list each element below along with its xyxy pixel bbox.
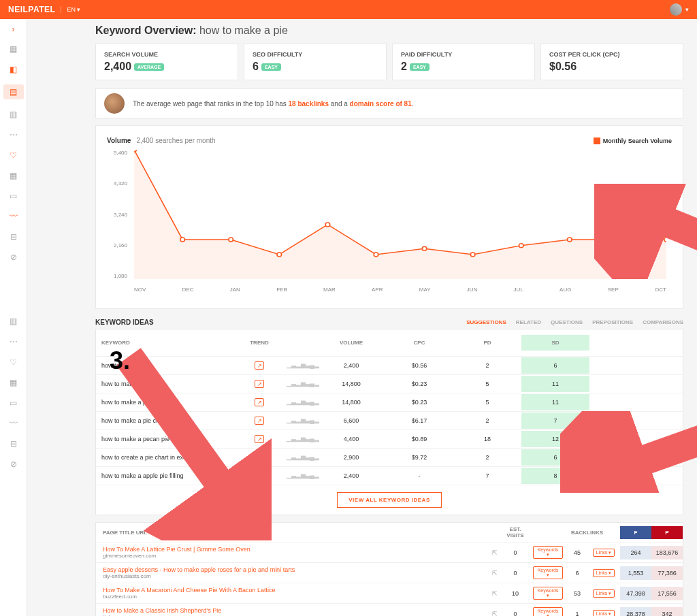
keyword-row[interactable]: how to create a pie chart in excel↗▁▃▂▅▃… <box>96 449 683 467</box>
metric-cpc: COST PER CLICK (CPC) $0.56 <box>540 44 683 80</box>
external-link-icon[interactable]: ⇱ <box>488 607 502 617</box>
tip-bar: The average web page that ranks in the t… <box>95 88 683 118</box>
keyword-row[interactable]: how to make a apple pie filling↗▁▃▂▅▃▄▂2… <box>96 467 683 485</box>
user-menu-chevron[interactable]: ▾ <box>685 6 689 13</box>
view-all-keyword-ideas-button[interactable]: VIEW ALL KEYWORD IDEAS <box>337 492 441 508</box>
nav-icon[interactable]: ♡ <box>8 150 19 161</box>
serp-row[interactable]: How to Make a Classic Irish Shepherd's P… <box>96 604 683 616</box>
sparkline-icon: ▁▃▂▅▃▄▂ <box>287 472 311 480</box>
nav-icon[interactable]: ⋯ <box>8 336 19 347</box>
keywords-button[interactable]: Keywords ▾ <box>533 607 563 616</box>
lang-selector[interactable]: EN ▾ <box>61 6 80 13</box>
brand-logo: NEILPATEL <box>8 5 55 14</box>
svg-point-4 <box>325 223 330 227</box>
links-button[interactable]: Links ▾ <box>593 589 615 598</box>
nav-icon[interactable]: ⊘ <box>8 252 19 263</box>
nav-icon[interactable]: ⊟ <box>8 231 19 242</box>
trend-arrow-icon: ↗ <box>255 417 264 425</box>
dashboard-icon[interactable]: ▦ <box>8 44 19 54</box>
serp-table: PAGE TITLE URL EST. VISITS BACKLINKS f P… <box>95 522 683 616</box>
svg-point-8 <box>519 244 523 248</box>
trend-arrow-icon: ↗ <box>255 398 264 406</box>
sparkline-icon: ▁▃▂▅▃▄▂ <box>287 417 311 425</box>
serp-row[interactable]: How To Make A Macaroni And Cheese Pie Wi… <box>96 583 683 604</box>
sparkline-icon: ▁▃▂▅▃▄▂ <box>287 435 311 443</box>
svg-point-5 <box>374 253 378 257</box>
external-link-icon[interactable]: ⇱ <box>488 566 502 580</box>
svg-point-11 <box>664 238 666 242</box>
nav-icon[interactable]: ⊟ <box>8 438 19 449</box>
trend-arrow-icon: ↗ <box>255 380 264 388</box>
metric-search-volume: SEARCH VOLUME 2,400AVERAGE <box>95 44 238 80</box>
nav-icon[interactable]: ▥ <box>8 109 19 120</box>
annotation-3: 3. <box>110 346 130 375</box>
trend-arrow-icon: ↗ <box>255 453 264 461</box>
serp-row[interactable]: Easy apple desserts - How to make apple … <box>96 563 683 583</box>
keywords-button[interactable]: Keywords ▾ <box>533 546 563 559</box>
sparkline-icon: ▁▃▂▅▃▄▂ <box>287 361 311 370</box>
nav-icon[interactable]: 〰 <box>8 418 19 429</box>
svg-point-6 <box>422 246 427 250</box>
links-button[interactable]: Links ▾ <box>593 549 615 557</box>
avatar[interactable] <box>670 3 682 16</box>
nav-icon[interactable]: ▥ <box>8 316 19 327</box>
facebook-icon: f <box>620 526 651 539</box>
sparkline-icon: ▁▃▂▅▃▄▂ <box>287 398 311 406</box>
sidebar: › ▦ ◧ ▤ ▥ ⋯ ♡ ▦ ▭ 〰 ⊟ ⊘ ▥ ⋯ ♡ ▦ ▭ 〰 ⊟ ⊘ <box>0 19 27 616</box>
trend-arrow-icon: ↗ <box>255 361 264 370</box>
volume-chart: Volume2,400 searches per month Monthly S… <box>95 125 683 309</box>
metric-paid-difficulty: PAID DIFFICULTY 2EASY <box>392 44 535 80</box>
nav-icon[interactable]: ▭ <box>8 398 19 408</box>
keyword-row[interactable]: how to make a pecan pie↗▁▃▂▅▃▄▂4,400$0.8… <box>96 430 683 449</box>
external-link-icon[interactable]: ⇱ <box>488 587 502 600</box>
svg-point-3 <box>277 253 282 257</box>
keyword-row[interactable]: how to make a pie chart in excel↗▁▃▂▅▃▄▂… <box>96 412 683 430</box>
svg-point-10 <box>616 238 621 242</box>
nav-icon[interactable]: ▦ <box>8 377 19 388</box>
keyword-row[interactable]: how to make a pie crust↗▁▃▂▅▃▄▂14,800$0.… <box>96 393 683 412</box>
nav-icon[interactable]: ▦ <box>8 170 19 181</box>
trend-arrow-icon: ↗ <box>255 472 264 480</box>
sparkline-icon: ▁▃▂▅▃▄▂ <box>287 453 311 461</box>
pinterest-icon: P <box>651 526 683 539</box>
tab-questions[interactable]: QUESTIONS <box>551 319 583 325</box>
legend-swatch <box>594 137 600 144</box>
trend-arrow-icon: ↗ <box>255 435 264 443</box>
svg-point-1 <box>180 238 185 242</box>
tab-related[interactable]: RELATED <box>516 319 541 325</box>
svg-point-7 <box>470 253 475 257</box>
sparkline-icon: ▁▃▂▅▃▄▂ <box>287 380 311 388</box>
nav-icon[interactable]: ▭ <box>8 191 19 201</box>
nav-icon[interactable]: ⋯ <box>8 129 19 140</box>
keyword-row[interactable]: how to make a pie↗▁▃▂▅▃▄▂2,400$0.5626 <box>96 357 683 375</box>
keywords-button[interactable]: Keywords ▾ <box>533 587 563 600</box>
tab-suggestions[interactable]: SUGGESTIONS <box>466 319 506 325</box>
nav-icon[interactable]: 〰 <box>8 211 19 222</box>
nav-active-icon[interactable]: ▤ <box>3 84 24 99</box>
page-title: Keyword Overview: how to make a pie <box>95 25 683 37</box>
keywords-button[interactable]: Keywords ▾ <box>533 566 563 579</box>
svg-point-9 <box>568 238 572 242</box>
metric-seo-difficulty: SEO DIFFICULTY 6EASY <box>244 44 387 80</box>
svg-point-2 <box>229 238 233 242</box>
keyword-ideas-table: KEYWORDTRENDVOLUMECPCPDSD how to make a … <box>95 329 683 515</box>
links-button[interactable]: Links ▾ <box>593 569 615 577</box>
external-link-icon[interactable]: ⇱ <box>488 546 502 560</box>
serp-row[interactable]: How To Make A Lattice Pie Crust | Gimme … <box>96 542 683 563</box>
svg-point-0 <box>134 150 136 152</box>
keyword-row[interactable]: how to make pie crust↗▁▃▂▅▃▄▂14,800$0.23… <box>96 375 683 393</box>
tip-avatar-icon <box>104 93 125 114</box>
nav-icon[interactable]: ♡ <box>8 357 19 368</box>
tab-prepositions[interactable]: PREPOSITIONS <box>592 319 633 325</box>
tab-comparisons[interactable]: COMPARISONS <box>643 319 683 325</box>
links-button[interactable]: Links ▾ <box>593 610 615 617</box>
expand-icon[interactable]: › <box>9 25 18 34</box>
nav-icon[interactable]: ⊘ <box>8 459 19 470</box>
nav-icon[interactable]: ◧ <box>8 64 19 75</box>
keyword-ideas-title: KEYWORD IDEAS <box>95 319 154 326</box>
